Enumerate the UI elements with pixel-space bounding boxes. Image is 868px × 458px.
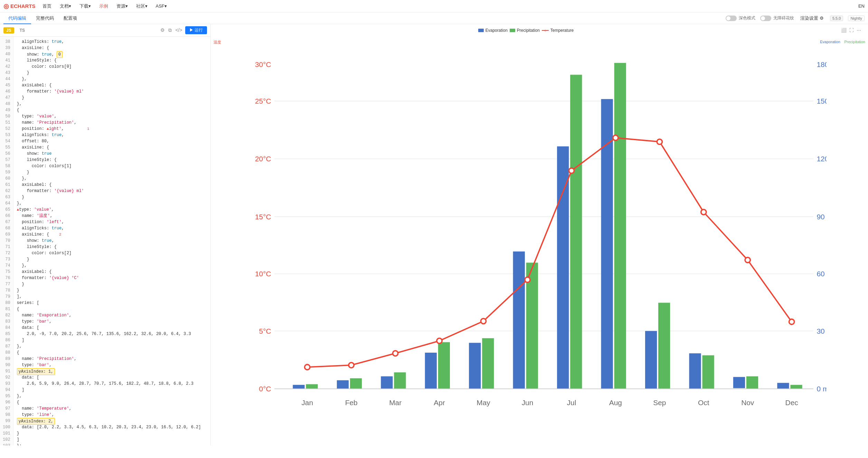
svg-rect-43 [777, 383, 789, 389]
svg-rect-40 [645, 331, 657, 389]
svg-rect-54 [746, 376, 758, 389]
chart-svg: 0°C 5°C 10°C 15°C 20°C 25°C 30°C 0 ml 30… [235, 47, 827, 446]
dark-mode-toggle-group: 深色模式 [726, 15, 755, 21]
legend-label-precipitation: Precipitation [517, 28, 540, 33]
svg-text:120 ml: 120 ml [817, 155, 827, 163]
svg-rect-32 [293, 385, 304, 389]
tab-code-edit[interactable]: 代码编辑 [3, 12, 31, 24]
svg-text:Sep: Sep [653, 399, 666, 407]
svg-text:30 ml: 30 ml [817, 327, 827, 335]
toolbar-icons: ⚙ ⧉ </> [160, 27, 182, 33]
svg-point-62 [569, 168, 574, 173]
svg-point-57 [349, 363, 354, 368]
logo-text: ECHARTS [10, 3, 36, 9]
lang-tab-ts[interactable]: TS [17, 27, 28, 34]
svg-rect-50 [570, 75, 582, 389]
code-area[interactable]: 38394041424344 45464748495051 5253545556… [0, 37, 210, 446]
logo: ◎ ECHARTS [3, 2, 36, 10]
chart-icons: ⬜ ⛶ ⋯ [841, 28, 861, 33]
nav-resources[interactable]: 资源▾ [115, 3, 129, 9]
svg-text:Jun: Jun [522, 399, 534, 407]
copy-icon[interactable]: ⧉ [168, 27, 172, 33]
svg-point-63 [613, 135, 618, 140]
svg-text:May: May [477, 399, 490, 407]
code-panel: JS TS ⚙ ⧉ </> ▶ 运行 38394041424344 454647… [0, 24, 211, 446]
lang-switch[interactable]: EN [858, 3, 865, 9]
nav-asf[interactable]: ASF▾ [154, 3, 168, 9]
svg-rect-34 [381, 376, 393, 389]
nav-community[interactable]: 社区▾ [135, 3, 149, 9]
code-lines: 38394041424344 45464748495051 5253545556… [0, 37, 210, 446]
svg-rect-41 [689, 353, 701, 389]
svg-text:Mar: Mar [389, 399, 402, 407]
svg-rect-52 [658, 303, 670, 389]
svg-text:30°C: 30°C [255, 60, 271, 68]
chart-save-icon[interactable]: ⬜ [841, 28, 847, 33]
dark-mode-label: 深色模式 [739, 15, 755, 21]
tab-config[interactable]: 配置项 [59, 12, 82, 24]
svg-rect-48 [482, 338, 494, 389]
svg-text:Aug: Aug [609, 399, 622, 407]
legend-evaporation: Evaporation [478, 28, 508, 33]
svg-rect-51 [614, 63, 626, 389]
svg-point-65 [701, 209, 706, 214]
chart-inner: 0°C 5°C 10°C 15°C 20°C 25°C 30°C 0 ml 30… [211, 36, 868, 446]
svg-rect-46 [394, 372, 406, 389]
legend-label-temperature: Temperature [550, 28, 574, 33]
nav-download[interactable]: 下载▾ [78, 3, 92, 9]
svg-rect-44 [306, 384, 318, 389]
no-flower-toggle[interactable] [760, 16, 771, 21]
nav-home[interactable]: 首页 [41, 3, 53, 9]
toolbar-right: 深色模式 无障碍花纹 渲染设置 ⚙ 5.5.0 Nightly [726, 15, 865, 21]
svg-point-59 [437, 338, 442, 343]
logo-icon: ◎ [3, 2, 9, 10]
svg-text:180 ml: 180 ml [817, 60, 827, 68]
chart-fullscreen-icon[interactable]: ⛶ [849, 28, 854, 33]
svg-rect-36 [469, 343, 481, 389]
main-layout: JS TS ⚙ ⧉ </> ▶ 运行 38394041424344 454647… [0, 24, 868, 446]
dark-mode-toggle[interactable] [726, 16, 737, 21]
nav-docs[interactable]: 文档▾ [58, 3, 73, 9]
settings-icon[interactable]: ⚙ [160, 27, 165, 33]
svg-rect-37 [513, 251, 525, 389]
code-icon[interactable]: </> [175, 27, 182, 33]
svg-text:Oct: Oct [698, 399, 709, 407]
legend-temperature: ◇ Temperature [542, 28, 574, 33]
tab-group: 代码编辑 完整代码 配置项 [3, 12, 82, 24]
svg-rect-33 [337, 380, 349, 389]
legend-precipitation: Precipitation [510, 28, 540, 33]
no-flower-label: 无障碍花纹 [773, 15, 794, 21]
svg-point-66 [745, 257, 750, 263]
chart-panel: Evaporation Precipitation ◇ Temperature … [211, 24, 868, 446]
legend-line-temperature: ◇ [542, 30, 549, 31]
render-settings[interactable]: 渲染设置 ⚙ [799, 15, 825, 21]
svg-text:150 ml: 150 ml [817, 97, 827, 105]
svg-point-58 [393, 351, 398, 356]
nav-examples[interactable]: 示例 [98, 3, 110, 9]
svg-rect-45 [350, 378, 362, 389]
tab-full-code[interactable]: 完整代码 [31, 12, 59, 24]
nightly-badge[interactable]: Nightly [848, 16, 865, 21]
chart-menu-icon[interactable]: ⋯ [857, 28, 861, 33]
svg-text:Jul: Jul [567, 399, 576, 407]
svg-text:25°C: 25°C [255, 97, 271, 105]
chart-header: Evaporation Precipitation ◇ Temperature … [211, 24, 868, 36]
legend-box-evaporation [478, 29, 484, 32]
version-badge[interactable]: 5.5.0 [830, 16, 843, 21]
svg-text:10°C: 10°C [255, 270, 271, 278]
svg-rect-42 [733, 377, 745, 388]
top-nav: ◎ ECHARTS 首页 文档▾ 下载▾ 示例 资源▾ 社区▾ ASF▾ EN [0, 0, 868, 12]
svg-point-61 [525, 277, 530, 282]
svg-text:Apr: Apr [434, 399, 445, 407]
legend-box-precipitation [510, 29, 515, 32]
code-content: alignTicks: true, axisLine: { show: true… [13, 37, 210, 446]
svg-rect-35 [425, 353, 437, 389]
svg-text:15°C: 15°C [255, 213, 271, 221]
svg-text:20°C: 20°C [255, 155, 271, 163]
svg-text:Dec: Dec [785, 399, 798, 407]
lang-tab-js[interactable]: JS [3, 27, 14, 34]
svg-rect-39 [601, 99, 613, 389]
svg-rect-55 [790, 385, 802, 389]
run-button[interactable]: ▶ 运行 [185, 26, 207, 34]
svg-rect-47 [438, 342, 450, 389]
